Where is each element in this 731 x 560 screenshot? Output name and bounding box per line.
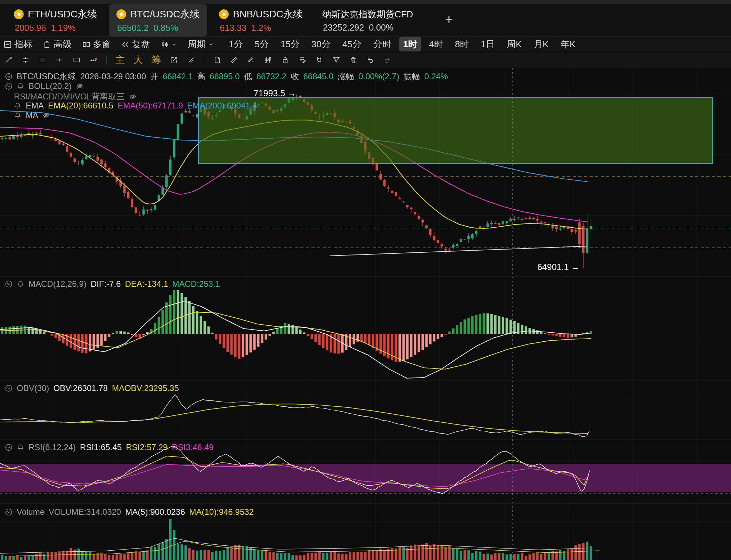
volume-ma5-value: MA(5):900.0236: [125, 507, 185, 517]
change-value: 0.00%(2.7): [358, 72, 399, 81]
volume-name: Volume: [17, 507, 44, 517]
ma-label: MA: [26, 111, 38, 120]
ema50-value: EMA(50):67171.9: [117, 101, 183, 111]
legend-datetime: 2026-03-29 03:00: [80, 72, 146, 81]
high-label: 高: [197, 71, 205, 82]
change-label: 涨幅: [338, 71, 354, 82]
main-legend-row: BTC/USDC永续 2026-03-29 03:00 开66842.1 高66…: [5, 71, 448, 82]
close-value: 66845.0: [303, 72, 333, 81]
ema-legend-row: EMA EMA(20):66610.5 EMA(50):67171.9 EMA(…: [14, 101, 257, 111]
eye-off-icon[interactable]: [129, 93, 137, 100]
high-value: 66895.0: [210, 72, 240, 81]
macd-pane-label: MACD(12,26,9) DIF:-7.6 DEA:-134.1 MACD:2…: [5, 279, 220, 289]
macd-dif-value: DIF:-7.6: [91, 279, 121, 289]
macd-dea-value: DEA:-134.1: [125, 279, 168, 289]
eye-off-icon[interactable]: [42, 112, 50, 119]
svg-text:71993.5 →: 71993.5 →: [254, 88, 296, 98]
alert-bell-icon[interactable]: [17, 82, 24, 90]
ema20-value: EMA(20):66610.5: [48, 101, 113, 111]
volume-value: VOLUME:314.0320: [49, 507, 121, 517]
low-value: 66732.2: [257, 72, 287, 81]
volume-ma10-value: MA(10):946.9532: [189, 507, 253, 517]
rsi-pane-label: RSI(6,12,24) RSI1:65.45 RSI2:57.29 RSI3:…: [5, 443, 213, 452]
maobv-value: MAOBV:23295.35: [112, 383, 179, 393]
ma-legend-row: MA: [14, 111, 50, 120]
trading-app: ETH/USDC永续 2005.961.19% BTC/USDC永续 66501…: [0, 0, 731, 560]
macd-macd-value: MACD:253.1: [172, 279, 220, 289]
close-label: 收: [291, 71, 299, 82]
macd-name: MACD(12,26,9): [29, 279, 87, 289]
amplitude-label: 振幅: [404, 71, 420, 82]
amplitude-value: 0.24%: [424, 72, 448, 81]
rsi-name: RSI(6,12,24): [29, 443, 76, 452]
boll-label: BOLL(20,2): [29, 81, 72, 91]
collapse-chevron-icon[interactable]: [5, 444, 13, 451]
open-label: 开: [150, 71, 159, 82]
rsi1-value: RSI1:65.45: [80, 443, 122, 452]
volume-pane-label: Volume VOLUME:314.0320 MA(5):900.0236 MA…: [5, 507, 254, 517]
alert-bell-icon[interactable]: [17, 444, 24, 451]
rsi3-value: RSI3:46.49: [172, 443, 213, 452]
obv-pane-label: OBV(30) OBV:26301.78 MAOBV:23295.35: [5, 383, 179, 393]
legend-symbol: BTC/USDC永续: [17, 71, 76, 82]
alert-bell-icon[interactable]: [14, 102, 22, 109]
collapse-chevron-icon[interactable]: [5, 73, 13, 80]
svg-text:64901.1 →: 64901.1 →: [537, 262, 580, 272]
obv-value: OBV:26301.78: [53, 383, 108, 393]
eye-off-icon[interactable]: [76, 82, 83, 90]
collapse-chevron-icon[interactable]: [5, 280, 13, 288]
alert-bell-icon[interactable]: [17, 280, 24, 288]
obv-name: OBV(30): [17, 383, 49, 393]
alert-bell-icon[interactable]: [14, 112, 22, 119]
open-value: 66842.1: [163, 72, 193, 81]
collapse-chevron-icon[interactable]: [5, 384, 13, 392]
boll-legend-row: BOLL(20,2): [5, 81, 83, 91]
ema200-value: EMA(200):69041.4: [187, 101, 257, 111]
collapse-chevron-icon[interactable]: [5, 82, 13, 90]
rsi2-value: RSI2:57.29: [126, 443, 168, 452]
ema-label: EMA: [26, 101, 44, 111]
collapse-chevron-icon[interactable]: [5, 508, 13, 516]
low-label: 低: [244, 71, 252, 82]
